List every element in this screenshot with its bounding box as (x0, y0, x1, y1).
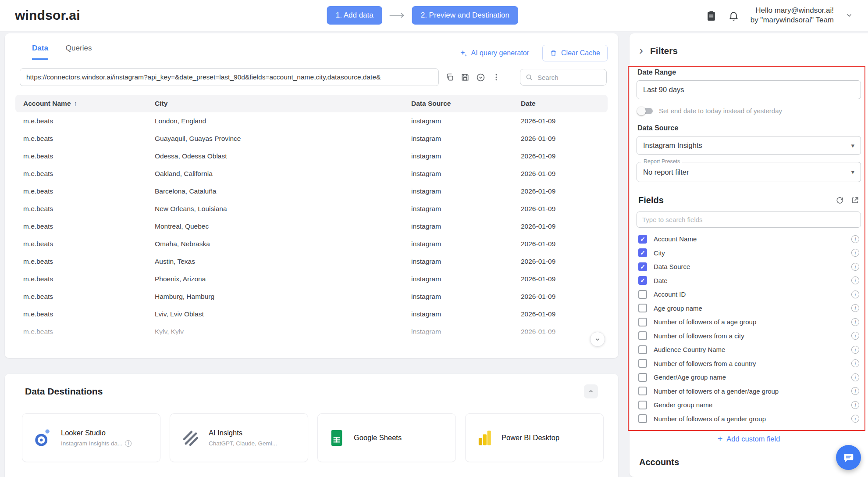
column-header-date[interactable]: Date (521, 100, 608, 108)
field-row: ✓Account Namei (637, 232, 861, 246)
field-checkbox[interactable] (638, 401, 647, 409)
destination-looker-studio[interactable]: Looker Studio Instagram Insights da... i (22, 413, 160, 462)
more-options-icon[interactable] (492, 73, 501, 82)
fields-search-input[interactable] (637, 212, 861, 228)
step-preview-destination-button[interactable]: 2. Preview and Destination (412, 6, 518, 25)
table-cell: m.e.beats (23, 275, 155, 283)
field-checkbox[interactable] (638, 373, 647, 382)
destination-google-sheets[interactable]: Google Sheets (317, 413, 456, 462)
info-icon[interactable]: i (851, 318, 859, 326)
field-checkbox[interactable] (638, 414, 647, 423)
refresh-fields-icon[interactable] (836, 196, 844, 204)
chevron-down-icon: ▾ (851, 168, 854, 176)
logo[interactable]: windsor.ai (15, 8, 80, 23)
chat-fab-button[interactable] (836, 445, 861, 470)
add-custom-field-button[interactable]: + Add custom field (718, 434, 780, 443)
info-icon[interactable]: i (851, 263, 859, 271)
clear-cache-button[interactable]: Clear Cache (542, 45, 608, 61)
destination-power-bi[interactable]: Power BI Desktop (465, 413, 604, 462)
table-cell: New Orleans, Louisiana (155, 205, 411, 213)
info-icon[interactable]: i (851, 346, 859, 354)
table-cell: Montreal, Quebec (155, 222, 411, 230)
column-header-data-source[interactable]: Data Source (411, 100, 521, 108)
field-checkbox[interactable]: ✓ (638, 262, 647, 271)
table-cell: instagram (411, 222, 521, 230)
info-icon[interactable]: i (851, 415, 859, 423)
table-cell: Odessa, Odessa Oblast (155, 152, 411, 160)
date-range-input[interactable] (637, 80, 861, 99)
search-input[interactable] (537, 73, 601, 82)
field-checkbox[interactable] (638, 318, 647, 326)
info-icon[interactable]: i (851, 235, 859, 243)
filters-panel: › Filters Date Range Set end date to tod… (630, 33, 868, 477)
field-checkbox[interactable] (638, 345, 647, 354)
report-presets-select[interactable]: Report Presets No report filter ▾ (637, 162, 861, 182)
field-checkbox[interactable] (638, 359, 647, 368)
chevron-up-icon (587, 388, 594, 395)
table-row: m.e.beatsOakland, Californiainstagram202… (15, 165, 608, 183)
table-row: m.e.beatsGuayaquil, Guayas Provinceinsta… (15, 130, 608, 147)
table-row: m.e.beatsMontreal, Quebecinstagram2026-0… (15, 218, 608, 235)
info-icon[interactable]: i (851, 373, 859, 381)
table-cell: Kyiv, Kyiv (155, 328, 411, 336)
table-cell: instagram (411, 258, 521, 265)
table-cell: Barcelona, Cataluña (155, 187, 411, 195)
ai-query-generator-button[interactable]: AI query generator (459, 49, 530, 57)
table-cell: 2026-01-09 (521, 240, 608, 248)
table-cell: Phoenix, Arizona (155, 275, 411, 283)
field-checkbox[interactable]: ✓ (638, 235, 647, 244)
copy-icon[interactable] (445, 73, 454, 82)
field-checkbox[interactable] (638, 290, 647, 299)
open-fields-icon[interactable] (851, 196, 859, 204)
destination-ai-insights[interactable]: AI Insights ChatGPT, Claude, Gemi... (170, 413, 308, 462)
field-row: Audience Country Namei (637, 343, 861, 357)
table-cell: m.e.beats (23, 258, 155, 265)
table-cell: instagram (411, 205, 521, 213)
info-icon[interactable]: i (851, 359, 859, 367)
collapse-destinations-button[interactable] (584, 384, 598, 398)
trash-icon (550, 50, 557, 57)
tab-data[interactable]: Data (32, 44, 48, 60)
filters-title: Filters (650, 46, 678, 56)
info-icon[interactable]: i (125, 440, 132, 447)
info-icon[interactable]: i (851, 332, 859, 340)
circle-chevron-icon[interactable] (476, 73, 485, 82)
notifications-bell-icon[interactable] (728, 10, 739, 21)
table-cell: Lviv, Lviv Oblast (155, 310, 411, 318)
field-checkbox[interactable] (638, 331, 647, 340)
step-add-data-button[interactable]: 1. Add data (327, 6, 382, 25)
collapse-filters-icon[interactable]: › (639, 46, 643, 56)
url-row (20, 68, 607, 86)
info-icon[interactable]: i (851, 291, 859, 298)
field-checkbox[interactable] (638, 387, 647, 395)
field-label: Gender group name (654, 401, 712, 409)
data-source-select[interactable]: Instagram Insights ▾ (637, 136, 861, 155)
field-checkbox[interactable]: ✓ (638, 248, 647, 257)
ai-insights-icon (179, 427, 202, 449)
clipboard-icon[interactable] (706, 10, 717, 21)
load-more-button[interactable] (590, 332, 605, 347)
column-header-city[interactable]: City (155, 100, 411, 108)
info-icon[interactable]: i (851, 276, 859, 284)
table-row: m.e.beatsOdessa, Odessa Oblastinstagram2… (15, 147, 608, 165)
connector-url-input[interactable] (20, 68, 439, 86)
data-source-value: Instagram Insights (643, 141, 702, 150)
info-icon[interactable]: i (851, 387, 859, 395)
info-icon[interactable]: i (851, 401, 859, 409)
field-checkbox[interactable] (638, 304, 647, 312)
report-presets-value: No report filter (643, 168, 689, 176)
info-icon[interactable]: i (851, 249, 859, 257)
field-label: Data Source (654, 263, 690, 270)
info-icon[interactable]: i (851, 304, 859, 312)
tab-queries[interactable]: Queries (66, 44, 92, 60)
table-cell: 2026-01-09 (521, 117, 608, 125)
table-cell: instagram (411, 240, 521, 248)
table-cell: instagram (411, 310, 521, 318)
field-checkbox[interactable]: ✓ (638, 276, 647, 285)
accounts-title: Accounts (639, 457, 868, 467)
account-menu-chevron-icon[interactable] (845, 11, 853, 19)
end-date-toggle[interactable] (638, 108, 653, 114)
column-header-account-name[interactable]: Account Name↑ (23, 100, 155, 108)
table-cell: m.e.beats (23, 205, 155, 213)
save-icon[interactable] (461, 73, 470, 82)
